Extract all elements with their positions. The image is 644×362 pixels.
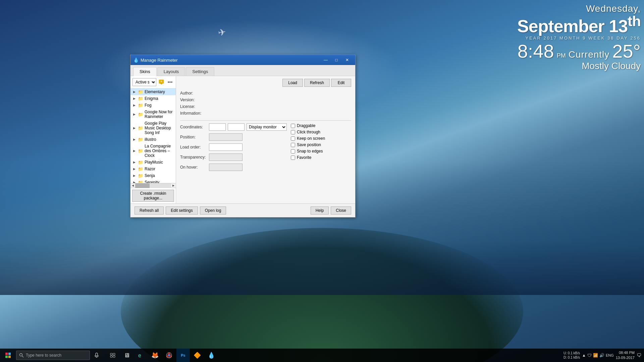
skin-item-serenity[interactable]: ▶ 📁 Serenity	[130, 179, 176, 183]
tab-layouts[interactable]: Layouts	[157, 67, 185, 76]
skin-item-elementary[interactable]: ▶ 📁 Elementary	[130, 88, 176, 95]
refresh-all-button[interactable]: Refresh all	[135, 206, 164, 215]
skin-item-lacompagnie[interactable]: ▶ 📁 La Compagnie des Ombres – Clock	[130, 143, 176, 159]
expand-icon: ▶	[133, 90, 137, 94]
clock-date: September 13th	[517, 14, 641, 35]
notification-button[interactable]: 🗨	[637, 353, 641, 358]
vlc-icon[interactable]: 🔶	[191, 349, 204, 362]
right-panel: Load Refresh Edit Author: Version:	[176, 76, 355, 203]
clock-meta: YEAR 2017 MONTH 9 WEEK 38 DAY 256	[517, 36, 641, 41]
saveposition-checkbox[interactable]	[291, 143, 295, 147]
skin-item-googlenow[interactable]: ▶ 📁 Google Now for Rainmeter	[130, 109, 176, 120]
props-left: Coordinates: Display monitor Position:	[180, 123, 287, 174]
language-label[interactable]: ENG	[606, 353, 614, 357]
svg-rect-11	[110, 353, 112, 355]
properties-section: Coordinates: Display monitor Position:	[180, 123, 351, 174]
scroll-right-button[interactable]: ▶	[171, 183, 176, 188]
saveposition-label: Save position	[297, 142, 321, 147]
microphone-button[interactable]	[90, 349, 103, 362]
position-input[interactable]	[209, 133, 243, 141]
clock-temperature: 25°	[612, 42, 641, 61]
edit-button[interactable]: Edit	[331, 79, 351, 87]
folder-icon: 📁	[138, 126, 143, 130]
snaptoedges-checkbox-row: Snap to edges	[291, 149, 351, 154]
add-skin-button[interactable]: +	[158, 78, 165, 86]
photoshop-icon[interactable]: Ps	[176, 349, 190, 362]
load-order-input[interactable]	[209, 143, 243, 151]
clock-currently: Currently	[569, 49, 610, 60]
open-log-button[interactable]: Open log	[200, 206, 226, 215]
refresh-button[interactable]: Refresh	[304, 79, 330, 87]
left-panel: Active skinsAll skins ▼ + •••	[130, 76, 176, 203]
create-rmskin-wrapper: Create .rmskin package...	[130, 188, 176, 203]
svg-rect-12	[113, 353, 115, 355]
app7-icon[interactable]: 💧	[205, 349, 218, 362]
taskbar-clock[interactable]: 08:48 PM 13-09-2017	[616, 350, 635, 361]
more-options-button[interactable]: •••	[166, 78, 174, 86]
props-right: Draggable Click through Keep on screen	[291, 123, 351, 174]
taskbar-search-box[interactable]: Type here to search	[16, 351, 90, 360]
scroll-track[interactable]	[135, 183, 171, 188]
rainmeter-icon: 💧	[133, 57, 139, 63]
network-info: U: 0.1 kB/s D: 0.1 kB/s	[564, 351, 580, 360]
tab-settings[interactable]: Settings	[186, 67, 214, 76]
volume-icon[interactable]: 🔊	[599, 353, 604, 358]
start-button[interactable]	[0, 349, 16, 362]
task-view-button[interactable]	[106, 349, 119, 362]
skin-item-illustro[interactable]: ▶ 📁 illustro	[130, 136, 176, 143]
scroll-thumb[interactable]	[135, 183, 150, 188]
security-icon[interactable]: 🛡	[587, 353, 592, 358]
firefox-icon[interactable]: 🦊	[148, 349, 162, 362]
edge-icon[interactable]: e	[134, 349, 148, 362]
clock-time-row: 8:48 PM Currently 25°	[517, 42, 641, 61]
wifi-icon[interactable]: 📶	[593, 353, 598, 358]
svg-marker-1	[160, 83, 162, 84]
maximize-button[interactable]: □	[331, 55, 342, 65]
svg-rect-3	[5, 353, 8, 355]
keeponscreen-checkbox[interactable]	[291, 136, 295, 141]
snaptoedges-checkbox[interactable]	[291, 149, 295, 154]
expand-icon: ▶	[133, 167, 137, 171]
transparency-input[interactable]	[209, 154, 243, 161]
clickthrough-checkbox[interactable]	[291, 130, 295, 134]
snaptoedges-label: Snap to edges	[297, 149, 323, 154]
skin-item-fog[interactable]: ▶ 📁 Fog	[130, 102, 176, 109]
close-window-button[interactable]: ✕	[342, 55, 353, 65]
edit-settings-button[interactable]: Edit settings	[166, 206, 198, 215]
skin-name: Fog	[145, 103, 174, 108]
folder-icon: 📁	[138, 167, 143, 171]
active-skins-dropdown[interactable]: Active skinsAll skins	[132, 78, 156, 86]
on-hover-input[interactable]	[209, 164, 243, 171]
display-monitor-select[interactable]: Display monitor	[247, 123, 287, 131]
favorite-checkbox[interactable]	[291, 156, 295, 160]
help-button[interactable]: Help	[311, 206, 329, 215]
globe-decoration	[121, 228, 523, 362]
monitor-icon[interactable]: 🖥	[120, 349, 133, 362]
close-button[interactable]: Close	[331, 206, 351, 215]
expand-icon: ▶	[133, 104, 137, 107]
skin-item-playmusic[interactable]: ▶ 📁 PlayMusic	[130, 159, 176, 166]
scroll-left-button[interactable]: ◀	[130, 183, 135, 188]
chrome-icon[interactable]	[162, 349, 176, 362]
draggable-checkbox-row: Draggable	[291, 123, 351, 128]
skin-item-googleplay[interactable]: ▶ 📁 Google Play Music Desktop Song Inf	[130, 120, 176, 136]
keeponscreen-label: Keep on screen	[297, 136, 325, 141]
skin-item-razor[interactable]: ▶ 📁 Razor	[130, 166, 176, 172]
keeponscreen-checkbox-row: Keep on screen	[291, 136, 351, 141]
minimize-button[interactable]: —	[320, 55, 331, 65]
skin-item-enigma[interactable]: ▶ 📁 Enigma	[130, 95, 176, 102]
favorite-label: Favorite	[297, 155, 311, 160]
skin-list-scrollbar[interactable]: ◀ ▶	[130, 183, 176, 188]
coord-y-input[interactable]	[228, 123, 245, 131]
load-button[interactable]: Load	[282, 79, 303, 87]
network-icon[interactable]: ▲	[582, 353, 586, 358]
tab-skins[interactable]: Skins	[133, 67, 157, 76]
version-label: Version:	[180, 98, 207, 102]
draggable-checkbox[interactable]	[291, 124, 295, 128]
expand-icon: ▶	[133, 181, 137, 183]
coord-x-input[interactable]	[209, 123, 226, 131]
skin-name: La Compagnie des Ombres – Clock	[145, 144, 174, 158]
favorite-checkbox-row: Favorite	[291, 155, 351, 160]
create-rmskin-button[interactable]: Create .rmskin package...	[132, 190, 174, 202]
skin-item-senja[interactable]: ▶ 📁 Senja	[130, 172, 176, 179]
